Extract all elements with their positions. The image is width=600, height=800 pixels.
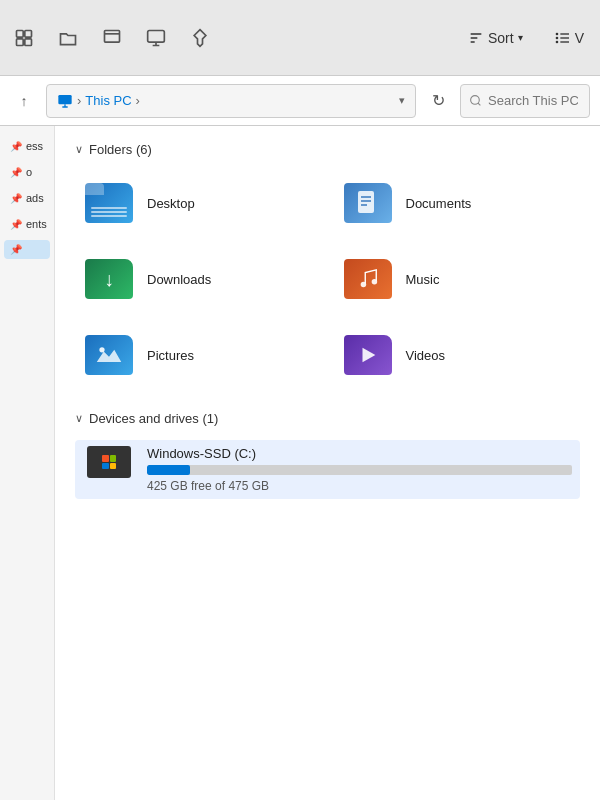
pin-icon-3: 📌 — [10, 193, 22, 204]
drive-info: Windows-SSD (C:) 425 GB free of 475 GB — [147, 446, 572, 493]
sidebar-label-o: o — [26, 166, 32, 178]
back-button[interactable]: ↑ — [10, 87, 38, 115]
downloads-folder-icon: ↓ — [85, 259, 133, 299]
folder-videos[interactable]: Videos — [334, 323, 581, 387]
toolbar-icon-pin[interactable] — [184, 22, 216, 54]
svg-rect-3 — [25, 38, 32, 45]
svg-rect-13 — [58, 95, 71, 104]
win-sq-3 — [102, 463, 109, 470]
svg-rect-2 — [17, 38, 24, 45]
svg-point-11 — [556, 37, 557, 38]
svg-point-14 — [471, 96, 480, 105]
pin-icon-2: 📌 — [10, 167, 22, 178]
folders-chevron-icon[interactable]: ∨ — [75, 143, 83, 156]
folder-documents[interactable]: Documents — [334, 171, 581, 235]
explorer-content: ∨ Folders (6) Desktop — [55, 126, 600, 800]
search-box[interactable] — [460, 84, 590, 118]
svg-rect-0 — [17, 30, 24, 37]
pictures-svg-icon — [95, 342, 123, 368]
sidebar-label-ess: ess — [26, 140, 43, 152]
sidebar-label-ents: ents — [26, 218, 47, 230]
folder-name-desktop: Desktop — [147, 196, 195, 211]
sidebar-item-thispc[interactable]: 📌 — [4, 240, 50, 259]
sidebar-item-ents[interactable]: 📌 ents — [4, 214, 50, 234]
folder-icon-downloads-wrap: ↓ — [83, 253, 135, 305]
pc-icon — [57, 93, 73, 109]
drive-space-label: 425 GB free of 475 GB — [147, 479, 572, 493]
toolbar-icon-1[interactable] — [8, 22, 40, 54]
drives-chevron-icon[interactable]: ∨ — [75, 412, 83, 425]
music-folder-icon — [344, 259, 392, 299]
pin-icon-5: 📌 — [10, 244, 22, 255]
sort-button[interactable]: Sort ▾ — [456, 24, 535, 52]
view-button[interactable]: V — [547, 24, 592, 52]
toolbar-icon-folder[interactable] — [52, 22, 84, 54]
drives-section: ∨ Devices and drives (1) Windows — [75, 411, 580, 499]
folder-downloads[interactable]: ↓ Downloads — [75, 247, 322, 311]
drive-storage-bar — [147, 465, 572, 475]
svg-rect-16 — [358, 191, 374, 213]
breadcrumb[interactable]: › This PC › ▾ — [46, 84, 416, 118]
folder-icon-videos-wrap — [342, 329, 394, 381]
drives-section-label: Devices and drives (1) — [89, 411, 218, 426]
documents-folder-icon — [344, 183, 392, 223]
svg-rect-1 — [25, 30, 32, 37]
svg-point-21 — [371, 279, 377, 285]
folders-section-header: ∨ Folders (6) — [75, 142, 580, 157]
main-content: 📌 ess 📌 o 📌 ads 📌 ents 📌 ∨ Folders (6) — [0, 126, 600, 800]
address-bar: ↑ › This PC › ▾ ↻ — [0, 76, 600, 126]
drive-hdd-icon — [87, 446, 131, 478]
folder-icon-documents-wrap — [342, 177, 394, 229]
drive-icon-wrap — [83, 446, 135, 478]
drive-c[interactable]: Windows-SSD (C:) 425 GB free of 475 GB — [75, 440, 580, 499]
svg-point-10 — [556, 33, 557, 34]
folder-name-documents: Documents — [406, 196, 472, 211]
videos-folder-icon — [344, 335, 392, 375]
folder-music[interactable]: Music — [334, 247, 581, 311]
sidebar-item-ess[interactable]: 📌 ess — [4, 136, 50, 156]
drives-section-header: ∨ Devices and drives (1) — [75, 411, 580, 426]
download-arrow-icon: ↓ — [104, 268, 114, 291]
svg-point-12 — [556, 41, 557, 42]
toolbar-icon-monitor[interactable] — [140, 22, 172, 54]
svg-marker-24 — [362, 348, 375, 363]
folder-icon-music-wrap — [342, 253, 394, 305]
sort-label: Sort — [488, 30, 514, 46]
desktop-folder-icon — [85, 183, 133, 223]
breadcrumb-expand[interactable]: ▾ — [399, 94, 405, 107]
sidebar-item-ads[interactable]: 📌 ads — [4, 188, 50, 208]
sidebar-label-ads: ads — [26, 192, 44, 204]
sidebar-item-o[interactable]: 📌 o — [4, 162, 50, 182]
folder-icon-desktop-wrap — [83, 177, 135, 229]
win-sq-1 — [102, 455, 109, 462]
view-label: V — [575, 30, 584, 46]
folders-section-label: Folders (6) — [89, 142, 152, 157]
folders-grid: Desktop Documents — [75, 171, 580, 387]
folder-pictures[interactable]: Pictures — [75, 323, 322, 387]
win-sq-2 — [110, 455, 117, 462]
svg-point-23 — [99, 347, 104, 352]
sidebar: 📌 ess 📌 o 📌 ads 📌 ents 📌 — [0, 126, 55, 800]
sort-icon — [468, 30, 484, 46]
videos-svg-icon — [357, 344, 379, 366]
toolbar-icon-window[interactable] — [96, 22, 128, 54]
folder-name-videos: Videos — [406, 348, 446, 363]
search-icon — [469, 94, 482, 107]
windows-logo-icon — [102, 455, 116, 469]
toolbar: Sort ▾ V — [0, 0, 600, 76]
svg-rect-6 — [148, 30, 165, 42]
drive-bar-fill — [147, 465, 190, 475]
folder-icon-pictures-wrap — [83, 329, 135, 381]
folder-desktop[interactable]: Desktop — [75, 171, 322, 235]
breadcrumb-sep-2: › — [136, 93, 140, 108]
documents-svg-icon — [355, 189, 381, 217]
refresh-button[interactable]: ↻ — [424, 87, 452, 115]
pin-icon-1: 📌 — [10, 141, 22, 152]
breadcrumb-sep-1: › — [77, 93, 81, 108]
svg-rect-4 — [105, 30, 120, 42]
music-svg-icon — [357, 267, 379, 291]
search-input[interactable] — [488, 93, 578, 108]
sort-chevron-icon: ▾ — [518, 32, 523, 43]
breadcrumb-thispc[interactable]: This PC — [85, 93, 131, 108]
drive-name: Windows-SSD (C:) — [147, 446, 572, 461]
